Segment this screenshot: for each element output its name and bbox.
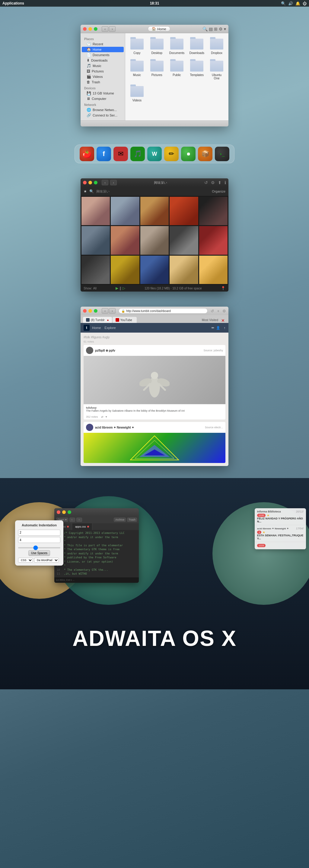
back-button[interactable]: ←	[69, 518, 75, 522]
volume-icon[interactable]: 🔊	[288, 1, 293, 6]
thumbnail-1[interactable]	[82, 197, 110, 225]
search-icon[interactable]: 🔍	[281, 1, 286, 6]
add-tab-icon[interactable]: +	[217, 309, 219, 313]
tab-tumblr[interactable]: (8) Tumblr ●	[83, 317, 112, 323]
forward-button[interactable]: ›	[109, 26, 116, 32]
more-icon[interactable]: ▾	[224, 27, 226, 31]
share-icon[interactable]: ⬆	[218, 180, 221, 185]
organize-button[interactable]: Organize	[212, 189, 225, 193]
forward-button[interactable]: ›	[109, 308, 116, 314]
minimize-button[interactable]	[88, 181, 92, 184]
sidebar-item-volume[interactable]: 💾 13 GB Volume	[82, 91, 124, 96]
dock-icon-spotify[interactable]: 🎵	[130, 147, 145, 161]
file-item-documents[interactable]: Documents	[168, 36, 186, 56]
tab-close-dot[interactable]	[87, 526, 89, 528]
forward-button[interactable]: →	[76, 518, 82, 522]
power-icon[interactable]: ⏻	[303, 1, 307, 6]
indent-lang2-select[interactable]: Da WordPad	[34, 558, 59, 563]
close-button[interactable]	[83, 181, 87, 184]
back-button[interactable]: ‹	[102, 180, 108, 185]
favorite-icon[interactable]: ★	[84, 189, 87, 193]
file-item-copy[interactable]: Copy	[128, 36, 146, 56]
nav-item[interactable]: Home	[92, 326, 101, 330]
file-item-videos[interactable]: Videos	[128, 84, 146, 103]
file-item-music[interactable]: Music	[128, 58, 146, 81]
file-item-dropbox[interactable]: Dropbox	[208, 36, 225, 56]
next-icon[interactable]: ▷	[123, 286, 125, 290]
sidebar-item-documents[interactable]: 📄 Documents	[82, 52, 124, 58]
sidebar-item-computer[interactable]: 🖥 Computer	[82, 96, 124, 101]
thumbnail-15[interactable]	[199, 256, 227, 284]
use-spaces-button[interactable]: Use Spaces	[28, 550, 50, 556]
thumbnail-13[interactable]	[140, 256, 169, 284]
refresh-icon[interactable]: ↺	[211, 309, 214, 313]
dock-icon-text-editor[interactable]: ✏	[164, 147, 179, 161]
thumbnail-7[interactable]	[111, 226, 139, 254]
thumbnail-8[interactable]	[140, 226, 169, 254]
thumbnail-3[interactable]	[140, 197, 169, 225]
nav-item[interactable]: Explore	[104, 326, 116, 330]
settings-icon[interactable]: ⚙	[211, 180, 215, 185]
notification-icon[interactable]: 🔔	[296, 1, 300, 6]
back-button[interactable]: ‹	[102, 26, 108, 32]
thumbnail-2[interactable]	[111, 197, 139, 225]
sidebar-item-recent[interactable]: 🕐 Recent	[82, 41, 124, 47]
sidebar-item-pictures[interactable]: 🖼 Pictures	[82, 68, 124, 74]
sidebar-item-music[interactable]: 🎵 Music	[82, 63, 124, 68]
indent-lang-select[interactable]: CSS	[18, 558, 33, 563]
tab-youtube[interactable]: YouTube	[113, 317, 137, 323]
maximize-button[interactable]	[94, 181, 97, 184]
maximize-button[interactable]	[68, 510, 71, 514]
indent-field-2[interactable]	[18, 537, 60, 543]
grid-view-icon[interactable]: ⊞	[214, 27, 218, 31]
br-url-bar[interactable]: 🔒 http://www.tumblr.com/dashboard	[119, 308, 208, 314]
minimize-button[interactable]	[88, 27, 92, 31]
pause-icon[interactable]: ‖	[120, 286, 121, 290]
search-icon[interactable]: 🔍	[203, 27, 208, 31]
file-item-pictures[interactable]: Pictures	[148, 58, 166, 81]
forward-button[interactable]: ›	[110, 180, 117, 185]
tab-close-dot[interactable]	[67, 526, 69, 528]
sidebar-item-connect-server[interactable]: 🔗 Connect to Ser...	[82, 113, 124, 118]
file-item-desktop[interactable]: Desktop	[148, 36, 166, 56]
scroll-top-icon[interactable]: ↑	[224, 326, 226, 330]
thumbnail-6[interactable]	[82, 226, 110, 254]
close-button[interactable]	[57, 510, 60, 514]
minimize-button[interactable]	[88, 309, 92, 313]
account-icon[interactable]: 👤	[216, 326, 220, 330]
play-icon[interactable]: ▶	[116, 286, 118, 290]
dock-icon-tomato[interactable]: 🍅	[80, 147, 94, 161]
thumbnail-9[interactable]	[169, 226, 198, 254]
thumbnail-10[interactable]	[199, 226, 227, 254]
close-tab-icon[interactable]: ●	[107, 318, 109, 322]
file-item-ubuntu-one[interactable]: Ubuntu One	[208, 58, 225, 81]
indent-field-1[interactable]	[18, 530, 60, 536]
maximize-button[interactable]	[94, 309, 97, 313]
thumbnail-11[interactable]	[82, 256, 110, 284]
trash-button[interactable]: Trash	[127, 518, 137, 522]
tab-apps-css[interactable]: apps.css	[72, 523, 92, 530]
menu-icon[interactable]: ⚙	[222, 309, 226, 313]
dock-icon-archive[interactable]: 📦	[198, 147, 212, 161]
settings-icon[interactable]: ⚙	[219, 27, 223, 31]
archive-button[interactable]: Archive	[114, 518, 126, 522]
minimize-button[interactable]	[62, 510, 66, 514]
sidebar-item-home[interactable]: 🏠 Home	[82, 47, 124, 52]
compose-icon[interactable]: ✏	[212, 326, 214, 330]
indent-slider[interactable]	[18, 547, 60, 548]
back-button[interactable]: ‹	[102, 308, 108, 314]
close-button[interactable]	[83, 309, 87, 313]
thumbnail-12[interactable]	[111, 256, 139, 284]
thumbnail-4[interactable]	[169, 197, 198, 225]
sidebar-item-trash[interactable]: 🗑 Trash	[82, 80, 124, 85]
maximize-button[interactable]	[94, 27, 97, 31]
file-item-public[interactable]: Public	[168, 58, 186, 81]
thumbnail-5[interactable]	[199, 197, 227, 225]
file-item-downloads[interactable]: Downloads	[188, 36, 206, 56]
sidebar-item-downloads[interactable]: ⬇ Downloads	[82, 58, 124, 63]
close-browser-icon[interactable]: ✕	[221, 318, 225, 323]
search-icon[interactable]: 🔍	[89, 189, 94, 193]
thumbnail-14[interactable]	[169, 256, 198, 284]
dock-icon-mail[interactable]: ✉	[114, 147, 128, 161]
dock-icon-wordpad[interactable]: W	[147, 147, 162, 161]
